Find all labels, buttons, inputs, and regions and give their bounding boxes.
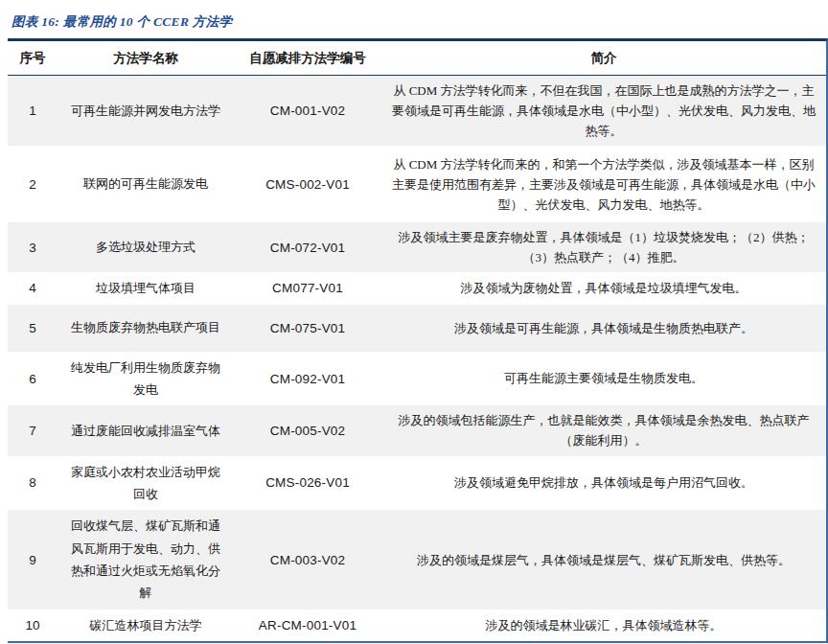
methodology-code-cell: CM-003-V02 [234,510,381,610]
methodology-name-cell: 生物质废弃物热电联产项目 [58,305,234,352]
row-number-cell: 5 [8,305,58,352]
row-number-cell: 1 [8,76,58,147]
methodology-code-cell: CM-072-V01 [234,222,381,272]
column-header-intro: 简介 [381,41,826,76]
intro-cell: 涉及领域主要是废弃物处置，具体领域是（1）垃圾焚烧发电；（2）供热；（3）热点联… [381,222,826,272]
table-row: 8 家庭或小农村农业活动甲烷回收 CMS-026-V01 涉及领域避免甲烷排放，… [8,456,826,511]
table-row: 3 多选垃圾处理方式 CM-072-V01 涉及领域主要是废弃物处置，具体领域是… [8,222,826,272]
table-row: 2 联网的可再生能源发电 CMS-002-V01 从 CDM 方法学转化而来的，… [8,146,826,222]
table-header-row: 序号 方法学名称 自愿减排方法学编号 简介 [8,41,826,76]
figure-table-frame: 序号 方法学名称 自愿减排方法学编号 简介 1 可再生能源并网发电方法学 CM-… [8,38,828,643]
table-row: 5 生物质废弃物热电联产项目 CM-075-V01 涉及领域是可再生能源，具体领… [8,305,826,352]
intro-cell: 可再生能源主要领域是生物质发电。 [381,352,826,406]
methodology-code-cell: CM-001-V02 [234,76,381,147]
methodology-code-cell: CM077-V01 [234,272,381,304]
methodology-code-cell: CMS-026-V01 [234,456,381,511]
table-row: 6 纯发电厂利用生物质废弃物发电 CM-092-V01 可再生能源主要领域是生物… [8,352,826,406]
methodology-code-cell: CM-075-V01 [234,305,381,352]
column-header-number: 序号 [8,41,58,76]
methodology-name-cell: 可再生能源并网发电方法学 [58,76,234,147]
methodology-code-cell: CM-005-V02 [234,405,381,455]
row-number-cell: 6 [8,352,58,406]
methodology-name-cell: 多选垃圾处理方式 [58,222,234,272]
table-row: 7 通过废能回收减排温室气体 CM-005-V02 涉及的领域包括能源生产，也就… [8,405,826,455]
report-figure-page: 图表 16: 最常用的 10 个 CCER 方法学 序号 方法学名称 自愿减排方… [0,0,828,644]
table-row: 10 碳汇造林项目方法学 AR-CM-001-V01 涉及的领域是林业碳汇，具体… [8,610,826,641]
methodology-name-cell: 联网的可再生能源发电 [58,146,234,222]
methodology-name-cell: 碳汇造林项目方法学 [58,610,234,641]
intro-cell: 涉及领域避免甲烷排放，具体领域是每户用沼气回收。 [381,456,826,511]
column-header-methodology-code: 自愿减排方法学编号 [234,41,381,76]
row-number-cell: 4 [8,272,58,304]
methodology-code-cell: CM-092-V01 [234,352,381,406]
methodology-name-cell: 通过废能回收减排温室气体 [58,405,234,455]
figure-title: 图表 16: 最常用的 10 个 CCER 方法学 [12,13,828,31]
row-number-cell: 2 [8,146,58,222]
row-number-cell: 10 [8,610,58,641]
intro-cell: 涉及领域是可再生能源，具体领域是生物质热电联产。 [381,305,826,352]
methodology-code-cell: CMS-002-V01 [234,146,381,222]
row-number-cell: 9 [8,510,58,610]
table-row: 9 回收煤气层、煤矿瓦斯和通风瓦斯用于发电、动力、供热和通过火炬或无焰氧化分解 … [8,510,826,610]
column-header-methodology-name: 方法学名称 [58,41,234,76]
methodology-name-cell: 垃圾填埋气体项目 [58,272,234,304]
intro-cell: 涉及领域为废物处置，具体领域是垃圾填埋气发电。 [381,272,826,304]
ccer-methodology-table: 序号 方法学名称 自愿减排方法学编号 简介 1 可再生能源并网发电方法学 CM-… [8,41,826,641]
table-row: 1 可再生能源并网发电方法学 CM-001-V02 从 CDM 方法学转化而来，… [8,76,826,147]
row-number-cell: 8 [8,456,58,511]
methodology-code-cell: AR-CM-001-V01 [234,610,381,641]
row-number-cell: 7 [8,405,58,455]
methodology-name-cell: 回收煤气层、煤矿瓦斯和通风瓦斯用于发电、动力、供热和通过火炬或无焰氧化分解 [58,510,234,610]
intro-cell: 涉及的领域是林业碳汇，具体领域造林等。 [381,610,826,641]
methodology-name-cell: 纯发电厂利用生物质废弃物发电 [58,352,234,406]
methodology-name-cell: 家庭或小农村农业活动甲烷回收 [58,456,234,511]
intro-cell: 涉及的领域是煤层气，具体领域是煤层气、煤矿瓦斯发电、供热等。 [381,510,826,610]
intro-cell: 涉及的领域包括能源生产，也就是能效类，具体领域是余热发电、热点联产（废能利用）。 [381,405,826,455]
intro-cell: 从 CDM 方法学转化而来的，和第一个方法学类似，涉及领域基本一样，区别主要是使… [381,146,826,222]
intro-cell: 从 CDM 方法学转化而来，不但在我国，在国际上也是成熟的方法学之一，主要领域是… [381,76,826,147]
row-number-cell: 3 [8,222,58,272]
table-row: 4 垃圾填埋气体项目 CM077-V01 涉及领域为废物处置，具体领域是垃圾填埋… [8,272,826,304]
